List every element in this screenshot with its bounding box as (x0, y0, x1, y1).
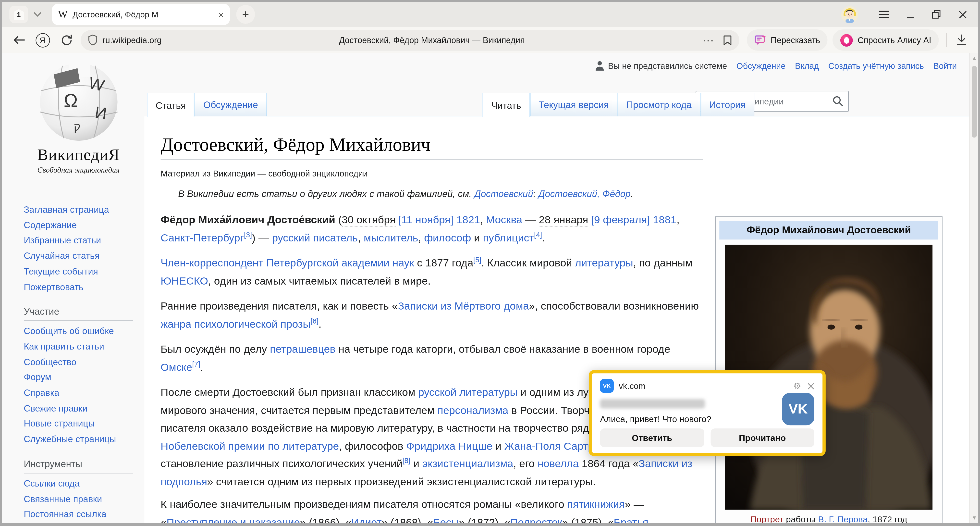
inline-link[interactable]: философ (424, 232, 471, 243)
inline-link[interactable]: Идиот (351, 516, 382, 523)
new-tab-button[interactable]: + (236, 5, 255, 24)
address-bar[interactable]: ru.wikipedia.org Достоевский, Фёдор Миха… (81, 30, 740, 50)
wiki-tab-статья[interactable]: Статья (147, 93, 194, 117)
inline-link[interactable]: петрашевцев (270, 343, 336, 355)
personal-link[interactable]: Обсуждение (737, 61, 786, 70)
close-window-button[interactable] (952, 6, 973, 23)
inline-link[interactable]: 1821 (457, 214, 480, 226)
tab-list-chevron-button[interactable] (28, 6, 47, 23)
inline-link[interactable]: литературы (575, 257, 633, 269)
sidebar-item: Избранные статьи (24, 233, 139, 248)
inline-link[interactable]: В. Г. Перова (818, 514, 867, 523)
inline-link[interactable]: 1881 (653, 214, 676, 226)
sidebar-link[interactable]: Постоянная ссылка (24, 509, 106, 520)
notification-close-icon[interactable] (808, 383, 815, 389)
inline-link[interactable]: Братья (614, 516, 649, 523)
tab-counter-button[interactable]: 1 (9, 6, 28, 23)
sidebar-link[interactable]: Избранные статьи (24, 235, 101, 245)
reference-link[interactable]: [4] (534, 231, 542, 238)
sidebar-link[interactable]: Пожертвовать (24, 282, 84, 292)
address-bar-more-icon[interactable]: ··· (703, 35, 714, 45)
sidebar-link[interactable]: Справка (24, 388, 59, 398)
reference-link[interactable]: [7] (192, 360, 200, 368)
menu-button[interactable] (873, 6, 894, 23)
restore-button[interactable] (926, 6, 947, 23)
inline-link[interactable]: [11 ноября] (398, 214, 453, 226)
sidebar-link[interactable]: Случайная статья (24, 251, 100, 261)
scroll-up-icon[interactable]: ▲ (970, 55, 978, 62)
back-button[interactable] (9, 30, 28, 49)
inline-link[interactable]: персонализма (438, 405, 508, 416)
sidebar-link[interactable]: Как править статьи (24, 341, 104, 351)
sidebar-link[interactable]: Новые страницы (24, 419, 95, 429)
minimize-button[interactable] (899, 6, 921, 23)
tab-close-icon[interactable]: × (218, 9, 224, 20)
inline-link[interactable]: пятикнижия (567, 499, 625, 510)
profile-avatar[interactable] (841, 6, 858, 23)
inline-link[interactable]: Москва (486, 214, 522, 226)
reference-link[interactable]: [5] (473, 256, 481, 264)
inline-link[interactable]: Записки из Мёртвого дома (398, 300, 529, 312)
sidebar-link[interactable]: Форум (24, 372, 51, 383)
retell-button[interactable]: Пересказать (747, 29, 827, 51)
inline-link[interactable]: русской литературы (418, 387, 517, 398)
personal-link[interactable]: Вклад (795, 61, 819, 70)
inline-link[interactable]: Омске (161, 361, 192, 373)
inline-link[interactable]: экзистенциализма (422, 458, 513, 470)
downloads-button[interactable] (952, 30, 971, 49)
page-scrollbar[interactable]: ▲ ▼ (969, 53, 978, 523)
inline-link[interactable]: Санкт-Петербург (161, 232, 244, 243)
notification-settings-icon[interactable]: ⚙ (793, 381, 801, 391)
browser-window: 1 W Достоевский, Фёдор М × + (0, 0, 980, 526)
inline-link[interactable]: Бесы (433, 516, 459, 523)
sidebar-link[interactable]: Служебные страницы (24, 434, 116, 444)
personal-link[interactable]: Создать учётную запись (828, 61, 924, 70)
sidebar-link[interactable]: Заглавная страница (24, 204, 109, 214)
inline-link[interactable]: жанра психологической прозы (161, 318, 311, 330)
wikipedia-logo[interactable]: Ω W И ק ВикипедиЯ Свободная энциклопедия (14, 57, 143, 175)
reference-link[interactable]: [3] (244, 231, 252, 238)
active-tab[interactable]: W Достоевский, Фёдор М × (52, 4, 230, 25)
sidebar-link[interactable]: Ссылки сюда (24, 478, 80, 488)
sidebar-link[interactable]: Текущие события (24, 266, 98, 276)
inline-link[interactable]: новелла (538, 458, 579, 470)
sidebar-link[interactable]: Сообщить об ошибке (24, 326, 114, 336)
tab-strip: 1 W Достоевский, Фёдор М × + (2, 2, 978, 27)
refresh-button[interactable] (57, 30, 76, 49)
wiki-tab-текущая-версия[interactable]: Текущая версия (530, 93, 618, 116)
inline-link[interactable]: мыслитель (364, 232, 418, 243)
inline-link[interactable]: Достоевский (474, 188, 533, 199)
scrollbar-thumb[interactable] (972, 66, 977, 137)
personal-link[interactable]: Войти (933, 61, 957, 70)
inline-link[interactable]: Преступление и наказание (167, 516, 300, 523)
bookmark-button[interactable] (723, 35, 732, 45)
sidebar-link[interactable]: Свежие правки (24, 403, 88, 413)
reference-link[interactable]: [8] (402, 457, 410, 464)
sidebar-link[interactable]: Содержание (24, 220, 77, 230)
inline-link[interactable]: Жана-Поля Сартра (504, 440, 600, 452)
personal-bar: Вы не представились системе ОбсуждениеВк… (595, 61, 957, 71)
yandex-home-button[interactable]: Я (33, 30, 52, 49)
inline-link[interactable]: Достоевский, Фёдор (538, 188, 631, 199)
sidebar-link[interactable]: Связанные правки (24, 494, 102, 504)
wiki-tab-обсуждение[interactable]: Обсуждение (194, 93, 267, 116)
inline-link[interactable]: русский писатель (272, 232, 358, 243)
inline-link[interactable]: Член-корреспондент Петербургской академи… (161, 257, 414, 269)
inline-link[interactable]: Портрет (750, 514, 784, 523)
text-segment: , (358, 232, 364, 243)
inline-link[interactable]: Подросток (510, 516, 562, 523)
reply-button[interactable]: Ответить (600, 429, 704, 447)
inline-link[interactable]: публицист (483, 232, 534, 243)
wiki-tab-читать[interactable]: Читать (482, 93, 530, 117)
inline-link[interactable]: [9 февраля] (591, 214, 650, 226)
reference-link[interactable]: [6] (310, 317, 318, 325)
sidebar-link[interactable]: Сообщество (24, 357, 76, 367)
scroll-down-icon[interactable]: ▼ (970, 515, 978, 521)
mark-read-button[interactable]: Прочитано (710, 429, 815, 447)
search-icon[interactable] (832, 96, 843, 106)
inline-link[interactable]: ЮНЕСКО (161, 275, 208, 287)
wiki-tab-история[interactable]: История (700, 93, 754, 116)
ask-alice-button[interactable]: Спросить Алису AI (833, 29, 939, 51)
wiki-tab-просмотр-кода[interactable]: Просмотр кода (618, 93, 700, 116)
inline-link[interactable]: Фридриха Ницше (406, 440, 492, 452)
